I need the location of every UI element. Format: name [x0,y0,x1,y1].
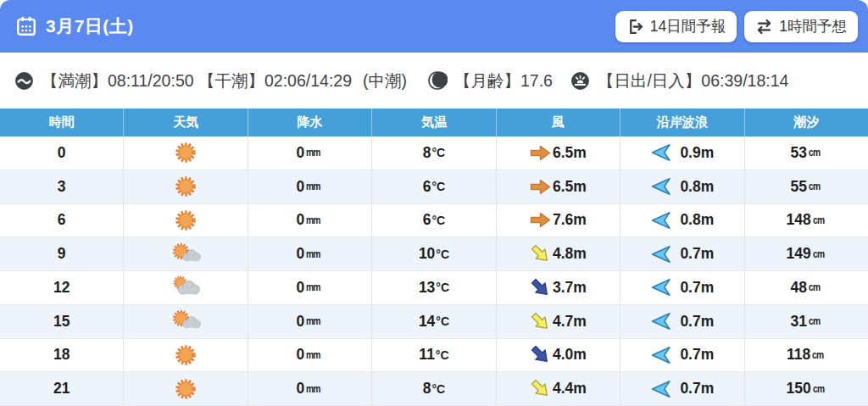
sunrise-sunset-icon [570,70,591,92]
column-header-4: 風 [496,108,620,136]
date-label: 3月7日(土) [46,14,134,38]
column-header-1: 天気 [123,108,247,136]
wind-cell: 4.4m [496,372,620,405]
time-cell: 15 [0,305,123,338]
wind-arrow-icon [530,344,551,365]
table-header-row: 時間天気降水気温風沿岸波浪潮汐 [0,108,868,136]
temp-cell: 14°C [371,305,495,338]
tide-cell: 148cm [744,204,868,237]
time-cell: 12 [0,271,123,304]
wind-arrow-icon [530,378,551,399]
temp-cell: 11°C [371,339,495,372]
sun-cloud-icon [170,242,202,267]
wave-cell: 0.7m [620,339,743,372]
moon-age-text: 【月齢】17.6 [454,70,553,92]
weather-tide-panel: 3月7日(土) 14日間予報 1時間予想 [0,0,868,406]
table-row: 21 0mm 8°C 4.4m 0.7m 150cm [0,372,868,406]
column-header-6: 潮汐 [744,108,868,136]
sun-icon [174,377,198,401]
wind-arrow-icon [530,277,551,298]
temp-cell: 13°C [371,271,495,304]
wave-arrow-icon [650,176,672,197]
weather-cell [123,372,247,405]
sun-cloud-icon [170,309,202,334]
column-header-2: 降水 [248,108,371,136]
weather-cell [123,305,247,338]
wave-circle-icon [14,70,35,92]
tide-cell: 31cm [744,305,868,338]
wave-arrow-icon [650,210,672,231]
cloud-sun-icon [170,275,202,300]
tide-info-bar: 【満潮】08:11/20:50 【干潮】02:06/14:29 (中潮) 【月齢… [0,53,868,108]
precip-cell: 0mm [248,372,371,405]
precip-cell: 0mm [248,305,371,338]
wave-cell: 0.7m [620,305,743,338]
temp-cell: 6°C [371,170,495,203]
wind-cell: 6.5m [496,170,620,203]
table-row: 3 0mm 6°C 6.5m 0.8m 55cm [0,170,868,204]
tide-cell: 149cm [744,237,868,270]
table-row: 0 0mm 8°C 6.5m 0.9m 53cm [0,136,868,170]
precip-cell: 0mm [248,271,371,304]
tide-phase-text: (中潮) [363,70,407,92]
wave-arrow-icon [650,379,672,399]
tide-times-text: 【満潮】08:11/20:50 【干潮】02:06/14:29 [42,70,352,92]
temp-cell: 8°C [371,372,495,405]
wave-cell: 0.7m [620,271,743,304]
wave-cell: 0.8m [620,204,743,237]
tide-cell: 48cm [744,271,868,304]
column-header-0: 時間 [0,108,123,136]
tide-cell: 118cm [744,339,868,372]
date-header: 3月7日(土) 14日間予報 1時間予想 [0,0,868,53]
wave-arrow-icon [650,244,672,264]
temp-cell: 8°C [371,136,495,170]
wind-arrow-icon [530,142,551,164]
wave-arrow-icon [650,311,672,331]
wind-cell: 7.6m [496,204,620,237]
precip-cell: 0mm [248,237,371,270]
sun-icon [174,343,198,367]
wind-cell: 6.5m [496,136,620,170]
table-body: 0 0mm 8°C 6.5m 0.9m 53cm3 0mm 6°C 6.5m 0… [0,136,868,406]
weather-cell [123,339,247,372]
swap-icon [755,18,773,36]
tide-cell: 55cm [744,170,868,203]
table-row: 9 0mm 10°C 4.8m 0.7m 149cm [0,237,868,271]
table-row: 12 0mm 13°C 3.7m 0.7m 48cm [0,271,868,305]
wave-cell: 0.9m [620,136,743,170]
forecast-14day-button[interactable]: 14日間予報 [615,11,737,42]
wave-cell: 0.8m [620,170,743,203]
table-row: 15 0mm 14°C 4.7m 0.7m 31cm [0,305,868,339]
wind-arrow-icon [530,311,551,332]
precip-cell: 0mm [248,204,371,237]
temp-cell: 6°C [371,204,495,237]
weather-cell [123,170,247,203]
wave-arrow-icon [650,142,672,163]
precip-cell: 0mm [248,339,371,372]
button-label: 14日間予報 [650,16,726,36]
weather-cell [123,204,247,237]
wind-cell: 4.0m [496,339,620,372]
time-cell: 3 [0,170,123,203]
table-row: 18 0mm 11°C 4.0m 0.7m 118cm [0,339,868,373]
tide-cell: 150cm [744,372,868,405]
wind-cell: 4.8m [496,237,620,270]
column-header-5: 沿岸波浪 [620,108,743,136]
time-cell: 0 [0,136,123,170]
precip-cell: 0mm [248,170,371,203]
calendar-icon [15,15,37,37]
wind-cell: 3.7m [496,271,620,304]
wind-arrow-icon [530,243,551,264]
weather-cell [123,237,247,270]
tide-cell: 53cm [744,136,868,170]
wave-arrow-icon [650,277,672,298]
forecast-1hour-button[interactable]: 1時間予想 [744,11,858,42]
temp-cell: 10°C [371,237,495,270]
sun-icon [174,175,198,198]
exit-right-icon [626,18,644,36]
column-header-3: 気温 [371,108,495,136]
sunrise-sunset-text: 【日出/日入】06:39/18:14 [598,70,788,92]
moon-phase-icon [427,70,448,91]
button-label: 1時間予想 [779,16,847,36]
table-row: 6 0mm 6°C 7.6m 0.8m 148cm [0,204,868,238]
